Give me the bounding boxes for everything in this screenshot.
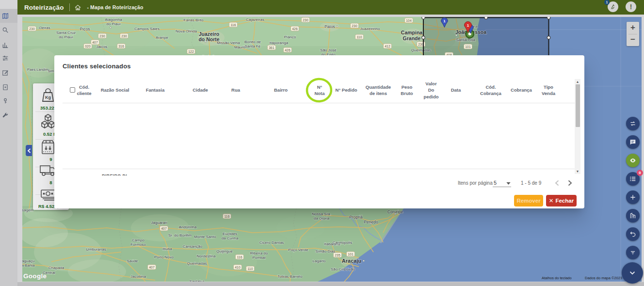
svg-text:sagem: sagem <box>22 208 33 212</box>
svg-text:São José: São José <box>320 48 337 52</box>
svg-text:1: 1 <box>467 23 469 28</box>
svg-text:101: 101 <box>348 253 354 256</box>
svg-text:Nova Olinda: Nova Olinda <box>176 29 197 33</box>
svg-text:Sim: Sim <box>48 69 54 73</box>
svg-text:Formoso: Formoso <box>130 242 146 247</box>
svg-text:Paes Landim: Paes Landim <box>27 67 48 72</box>
svg-text:Araripe: Araripe <box>156 35 168 40</box>
svg-text:361: 361 <box>269 46 274 49</box>
svg-text:230: 230 <box>303 18 308 22</box>
svg-text:Poço Verde: Poço Verde <box>288 248 308 252</box>
svg-text:Picos: Picos <box>80 27 90 32</box>
svg-text:104: 104 <box>406 19 412 22</box>
svg-text:São Cristóvão: São Cristóvão <box>331 267 355 271</box>
svg-text:Itaporanga: Itaporanga <box>270 41 289 45</box>
svg-text:Jaguarari: Jaguarari <box>151 221 167 225</box>
svg-text:410: 410 <box>235 266 241 269</box>
svg-text:Jaicós: Jaicós <box>97 45 108 49</box>
svg-text:Propriá: Propriá <box>349 215 363 220</box>
svg-text:116: 116 <box>237 255 242 259</box>
svg-text:do Piauí: do Piauí <box>106 22 121 26</box>
svg-text:Itiuba: Itiuba <box>162 247 172 251</box>
svg-text:Patos: Patos <box>324 24 335 29</box>
svg-text:do Piauí: do Piauí <box>59 35 73 39</box>
svg-text:Google: Google <box>23 272 47 280</box>
svg-text:110: 110 <box>357 35 362 39</box>
svg-text:Kg: Kg <box>45 95 51 100</box>
svg-text:Nossa Sra.: Nossa Sra. <box>312 212 331 216</box>
svg-text:Lagarto: Lagarto <box>312 259 326 263</box>
svg-text:116: 116 <box>225 215 230 218</box>
svg-text:230: 230 <box>99 34 105 38</box>
svg-text:020: 020 <box>85 45 91 48</box>
svg-text:Cajazeiras: Cajazeiras <box>246 17 264 22</box>
svg-text:230: 230 <box>29 27 35 31</box>
svg-text:407: 407 <box>161 227 167 230</box>
svg-text:101: 101 <box>465 45 471 48</box>
svg-text:Umburanas: Umburanas <box>86 247 106 252</box>
svg-text:Grande: Grande <box>403 35 421 41</box>
svg-text:Aracaju: Aracaju <box>342 258 361 264</box>
svg-text:Quijingue: Quijingue <box>216 249 233 254</box>
svg-text:Tobias Barreto: Tobias Barreto <box>277 274 303 279</box>
svg-text:Missão Velha: Missão Velha <box>217 41 240 45</box>
svg-text:Nordestina: Nordestina <box>197 254 216 258</box>
svg-text:Alagoinha: Alagoinha <box>105 17 122 22</box>
svg-text:235: 235 <box>335 254 340 257</box>
svg-text:Porto Novo: Porto Novo <box>154 255 174 259</box>
svg-text:Santaluz: Santaluz <box>189 279 204 282</box>
svg-text:Queimadas: Queimadas <box>187 261 207 266</box>
svg-text:Cansanção: Cansanção <box>183 244 203 249</box>
svg-text:316: 316 <box>118 45 124 48</box>
svg-text:da Cunha: da Cunha <box>222 236 239 240</box>
svg-text:a Bahia: a Bahia <box>22 263 35 268</box>
svg-text:Andorinha: Andorinha <box>179 225 197 229</box>
svg-text:Piancó: Piancó <box>284 35 296 39</box>
svg-text:407: 407 <box>92 41 98 44</box>
svg-text:Simão Dias: Simão Dias <box>316 249 336 254</box>
svg-text:da Glória: da Glória <box>314 216 330 221</box>
svg-text:116: 116 <box>231 23 236 27</box>
svg-text:1: 1 <box>443 19 446 23</box>
svg-text:110: 110 <box>248 267 253 270</box>
svg-text:Carmópolis: Carmópolis <box>333 240 352 245</box>
svg-text:407: 407 <box>149 266 155 269</box>
svg-text:Monte Santo: Monte Santo <box>194 235 216 239</box>
svg-text:Mauriti: Mauriti <box>234 45 246 49</box>
svg-text:426: 426 <box>292 27 298 31</box>
svg-text:Saúde: Saúde <box>127 259 138 263</box>
svg-text:Oeiras: Oeiras <box>39 26 50 30</box>
svg-text:Campos Sales: Campos Sales <box>134 27 160 31</box>
svg-text:Pombal: Pombal <box>252 255 265 260</box>
svg-text:230: 230 <box>352 24 357 28</box>
svg-text:Penedo: Penedo <box>364 220 378 224</box>
svg-text:Coruripe: Coruripe <box>387 209 403 214</box>
svg-text:Bonito de: Bonito de <box>244 40 261 44</box>
svg-text:Santa Cruz: Santa Cruz <box>56 31 76 35</box>
svg-text:Santa Rita: Santa Rita <box>456 37 475 42</box>
svg-text:Chapada: Chapada <box>48 266 64 270</box>
svg-text:Atalhos do teclado: Atalhos do teclado <box>542 276 572 280</box>
svg-text:Campina: Campina <box>401 30 423 35</box>
svg-text:230: 230 <box>121 34 127 38</box>
svg-text:Santa Fé: Santa Fé <box>245 44 261 48</box>
svg-text:Sr. do Bonfim: Sr. do Bonfim <box>168 233 192 238</box>
svg-text:Farias Brito: Farias Brito <box>184 18 204 22</box>
svg-text:Jacobina: Jacobina <box>130 274 146 279</box>
svg-text:aguaçu: aguaçu <box>22 259 34 263</box>
svg-text:Ribeira do: Ribeira do <box>250 251 268 255</box>
svg-text:Euclides: Euclides <box>223 232 237 236</box>
svg-text:412: 412 <box>385 45 390 48</box>
svg-text:426: 426 <box>285 48 290 52</box>
svg-text:Queimadas: Queimadas <box>411 48 431 52</box>
svg-text:Juazeirinho: Juazeirinho <box>360 27 380 31</box>
svg-text:Campo: Campo <box>132 238 145 242</box>
svg-text:122: 122 <box>188 50 194 53</box>
svg-text:Cicero Dantas: Cicero Dantas <box>259 240 284 245</box>
